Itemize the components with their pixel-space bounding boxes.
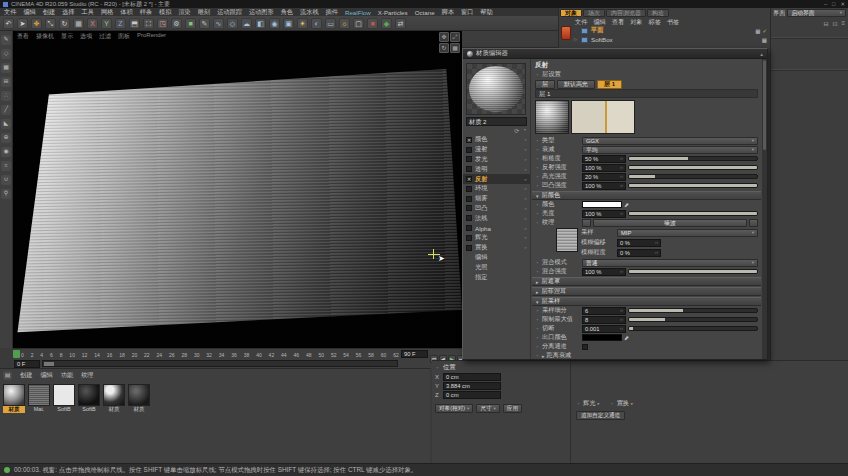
camera-icon[interactable]: ▣ — [283, 18, 294, 29]
expand-icon[interactable]: · — [573, 28, 578, 33]
reflectance-tab[interactable]: 默认高光 — [557, 80, 595, 89]
rotate-view-icon[interactable]: ↻ — [439, 43, 449, 53]
material-menu-item[interactable]: 功能 — [61, 371, 73, 380]
channel-checkbox[interactable] — [466, 225, 472, 231]
dropdown[interactable]: MIP▾ — [617, 229, 758, 237]
object-name[interactable]: SoftBox — [591, 36, 613, 43]
texture-browse-button[interactable] — [749, 219, 758, 227]
channel-row[interactable]: 法线▸ — [463, 213, 530, 223]
color-picker-icon[interactable]: ⬈ — [624, 201, 629, 208]
texture-thumbnail[interactable] — [556, 228, 578, 252]
display-icon[interactable]: ▢ — [353, 18, 364, 29]
volume-icon[interactable]: ☁ — [241, 18, 252, 29]
power-slider-knob[interactable] — [44, 362, 54, 366]
value-field[interactable]: 50 %‹› — [582, 155, 626, 163]
channel-row[interactable]: 凹凸▸ — [463, 204, 530, 214]
minimize-button[interactable]: – — [824, 1, 827, 7]
spinner-icon[interactable]: ‹› — [620, 317, 623, 323]
channel-label[interactable]: 漫射 — [475, 145, 487, 154]
channel-checkbox[interactable] — [466, 245, 472, 251]
value-field[interactable]: 100 %‹› — [582, 164, 626, 172]
toggle-view-icon[interactable]: ▦ — [450, 43, 460, 53]
lock-z-axis-icon[interactable]: Z — [115, 18, 126, 29]
glow-channel-toggle[interactable]: ∘ 辉光 ▸ — [576, 399, 600, 408]
channel-row[interactable]: 环境▸ — [463, 184, 530, 194]
filter-icon[interactable]: ⊟ — [823, 20, 828, 27]
menu-item[interactable]: 工具 — [82, 8, 94, 16]
object-name[interactable]: 平面 — [591, 26, 603, 35]
slider[interactable] — [628, 174, 758, 179]
material-thumbnail[interactable] — [103, 384, 125, 406]
preview-refresh-icon[interactable]: ⟳ — [514, 127, 519, 135]
end-frame-field[interactable]: 90 F — [401, 350, 428, 358]
texture-arrow-button[interactable] — [582, 219, 591, 227]
maximize-button[interactable]: □ — [832, 1, 835, 7]
channel-row[interactable]: 漫射▸ — [463, 145, 530, 155]
coordinate-value-field[interactable]: 3.884 cm — [443, 382, 501, 390]
spinner-icon[interactable]: ‹› — [620, 183, 623, 189]
power-slider[interactable] — [42, 360, 398, 367]
menu-item[interactable]: Octane — [415, 9, 435, 16]
channel-row[interactable]: 烟雾▸ — [463, 194, 530, 204]
viewport-solo-icon[interactable]: ◉ — [1, 147, 11, 157]
material-thumbnail[interactable] — [28, 384, 50, 406]
spinner-icon[interactable]: ‹› — [620, 308, 623, 314]
check-tag-icon[interactable]: ✓ — [762, 28, 767, 34]
material-item[interactable]: 材质 — [103, 384, 125, 413]
generator-icon[interactable]: ◇ — [227, 18, 238, 29]
section-header[interactable]: ▾层颜色 — [532, 191, 761, 200]
channel-checkbox[interactable] — [466, 186, 472, 192]
boole-icon[interactable]: ◧ — [255, 18, 266, 29]
model-mode-icon[interactable]: ◇ — [1, 49, 11, 59]
channel-label[interactable]: 法线 — [475, 214, 487, 223]
spinner-icon[interactable]: ‹› — [620, 211, 623, 217]
layer-sphere-preview[interactable] — [535, 100, 569, 134]
channel-checkbox[interactable] — [466, 156, 472, 162]
material-thumbnail[interactable] — [78, 384, 100, 406]
material-thumbnail[interactable] — [3, 384, 25, 406]
sky-icon[interactable]: ◐ — [311, 18, 322, 29]
physical-sky-icon[interactable]: ☼ — [339, 18, 350, 29]
points-mode-icon[interactable]: ∴ — [1, 91, 11, 101]
slider[interactable] — [628, 326, 758, 331]
value-field[interactable]: 0 %‹› — [617, 249, 661, 257]
slider[interactable] — [628, 211, 758, 216]
reflectance-tab[interactable]: 层 — [535, 80, 555, 89]
layer-texture-preview[interactable] — [571, 100, 635, 134]
channel-checkbox[interactable] — [466, 205, 472, 211]
channel-label[interactable]: 环境 — [475, 184, 487, 193]
workplane-mode-icon[interactable]: ⊞ — [1, 77, 11, 87]
render-picture-viewer-icon[interactable]: ◳ — [157, 18, 168, 29]
material-item[interactable]: SoftB — [53, 384, 75, 413]
material-thumbnail[interactable] — [128, 384, 150, 406]
preview-options-icon[interactable]: ◔ — [522, 127, 526, 135]
channel-checkbox[interactable]: ✕ — [466, 176, 472, 182]
object-manager-tab[interactable]: 内容浏览器 — [606, 9, 646, 17]
channel-checkbox[interactable] — [466, 166, 472, 172]
object-manager-menu-item[interactable]: 文件 — [575, 18, 587, 25]
material-item[interactable]: 材质 — [3, 384, 25, 413]
value-field[interactable]: 0.001‹› — [582, 325, 626, 333]
layout-selector-dropdown[interactable]: 启动界面▾ — [787, 9, 846, 17]
lock-x-axis-icon[interactable]: X — [87, 18, 98, 29]
object-manager-tab[interactable]: 对象 — [560, 9, 582, 17]
coordinate-system-icon[interactable]: ⬒ — [129, 18, 140, 29]
slider[interactable] — [628, 269, 758, 274]
menu-item[interactable]: 流水线 — [300, 8, 319, 16]
color-picker-icon[interactable]: ⬈ — [624, 334, 629, 341]
menu-item[interactable]: 体积 — [120, 8, 132, 16]
enable-snap-icon[interactable]: ⌗ — [1, 161, 11, 171]
side-palette-icon[interactable] — [561, 26, 571, 40]
current-frame-field[interactable]: 0 F — [14, 360, 40, 368]
lock-icon[interactable]: ⊡ — [832, 20, 837, 27]
texture-tag-icon[interactable]: ▦ — [755, 28, 760, 34]
menu-item[interactable]: 角色 — [281, 8, 293, 16]
expand-icon[interactable]: ▷ — [573, 37, 578, 42]
coordinate-size-dropdown[interactable]: 尺寸▾ — [476, 404, 499, 413]
viewport[interactable]: 查看摄像机显示选项过滤面板ProRender ✥⤢↻▦ ➤ — [13, 31, 462, 348]
channel-row[interactable]: Alpha▸ — [463, 223, 530, 233]
channel-label[interactable]: 置换 — [475, 243, 487, 252]
exit-color-swatch[interactable] — [582, 334, 622, 341]
channel-label[interactable]: 发光 — [475, 155, 487, 164]
dropdown[interactable]: 普通▾ — [582, 259, 758, 267]
